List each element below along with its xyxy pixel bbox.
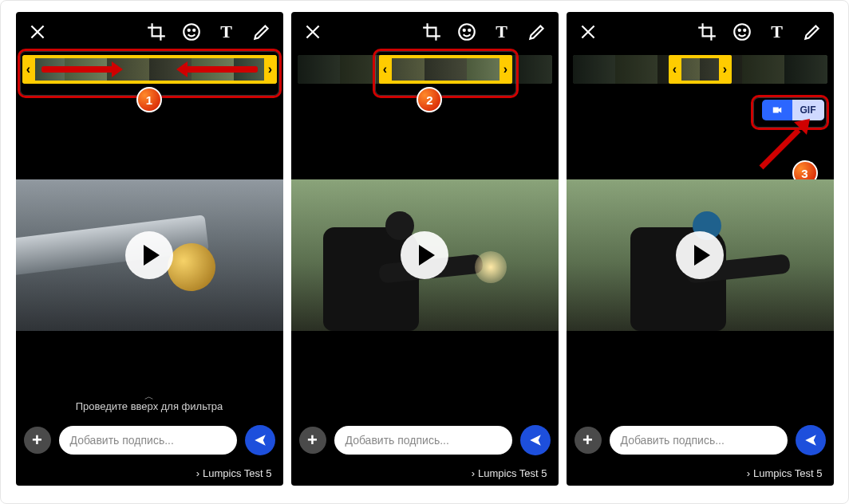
emoji-icon[interactable] (181, 22, 202, 42)
caption-input-bar: + Добавить подпись... (16, 422, 283, 459)
video-trim-timeline[interactable]: ‹ › (573, 55, 827, 84)
caption-input-bar: + Добавить подпись... (291, 422, 559, 459)
editor-toolbar: T (567, 12, 834, 52)
caption-input[interactable]: Добавить подпись... (334, 426, 512, 455)
crop-icon[interactable] (697, 22, 717, 42)
trim-handle-right[interactable]: › (719, 55, 732, 84)
caption-input-bar: + Добавить подпись... (567, 422, 834, 459)
close-icon[interactable] (27, 22, 48, 42)
recipient-label[interactable]: ›Lumpics Test 5 (291, 467, 559, 479)
close-icon[interactable] (578, 22, 598, 42)
send-button[interactable] (245, 425, 275, 455)
send-button[interactable] (520, 425, 551, 455)
svg-point-6 (734, 24, 750, 40)
editor-toolbar: T (291, 12, 559, 52)
tutorial-image: T ‹ › 1 (0, 0, 849, 504)
emoji-icon[interactable] (456, 22, 477, 42)
svg-point-7 (738, 30, 740, 31)
crop-icon[interactable] (421, 22, 442, 42)
chevron-right-icon: › (196, 467, 199, 479)
phone-screen-3: T ‹ › GIF (567, 12, 834, 486)
swipe-up-label: Проведите вверх для фильтра (16, 400, 283, 412)
close-icon[interactable] (302, 22, 323, 42)
trim-handle-right[interactable]: › (500, 55, 512, 84)
recipient-label[interactable]: ›Lumpics Test 5 (16, 467, 283, 479)
arrow-drag-left (186, 66, 258, 73)
trim-handle-right[interactable]: › (264, 55, 277, 84)
add-button[interactable]: + (575, 427, 602, 454)
recipient-label[interactable]: ›Lumpics Test 5 (567, 467, 834, 479)
play-button[interactable] (676, 231, 724, 279)
svg-point-4 (463, 30, 464, 31)
add-button[interactable]: + (24, 427, 51, 454)
crop-icon[interactable] (146, 22, 167, 42)
phone-screen-1: T ‹ › 1 (16, 12, 283, 486)
video-mode-icon[interactable] (762, 104, 792, 116)
trim-handle-left[interactable]: ‹ (379, 55, 392, 84)
draw-icon[interactable] (251, 22, 272, 42)
svg-line-9 (761, 130, 799, 167)
trim-handle-left[interactable]: ‹ (669, 55, 681, 84)
text-tool-icon[interactable]: T (767, 22, 788, 42)
preview-muzzle-flash (475, 251, 507, 283)
chevron-right-icon: › (472, 467, 475, 479)
caption-input[interactable]: Добавить подпись... (610, 426, 788, 455)
draw-icon[interactable] (527, 22, 547, 42)
editor-toolbar: T (16, 12, 283, 52)
send-button[interactable] (796, 425, 826, 455)
video-preview[interactable] (291, 179, 559, 331)
svg-point-5 (468, 30, 470, 31)
swipe-up-hint: ︿ Проведите вверх для фильтра (16, 392, 283, 412)
add-button[interactable]: + (299, 427, 326, 454)
video-preview[interactable] (16, 179, 283, 331)
trim-handle-left[interactable]: ‹ (22, 55, 35, 84)
caption-input[interactable]: Добавить подпись... (59, 426, 237, 455)
svg-point-1 (188, 30, 189, 31)
play-button[interactable] (401, 231, 448, 279)
text-tool-icon[interactable]: T (492, 22, 512, 42)
step-badge-2: 2 (417, 87, 442, 112)
svg-point-2 (193, 30, 195, 31)
draw-icon[interactable] (802, 22, 823, 42)
video-trim-timeline[interactable]: ‹ › (298, 55, 552, 84)
chevron-right-icon: › (747, 467, 750, 479)
emoji-icon[interactable] (732, 22, 752, 42)
step-badge-1: 1 (136, 87, 162, 112)
text-tool-icon[interactable]: T (216, 22, 237, 42)
arrow-drag-right (41, 66, 113, 73)
play-button[interactable] (125, 231, 173, 279)
svg-point-3 (459, 24, 475, 40)
svg-point-0 (184, 24, 199, 40)
video-preview[interactable] (567, 179, 834, 331)
phone-screen-2: T ‹ › 2 (291, 12, 559, 486)
chevron-up-icon: ︿ (16, 392, 283, 400)
svg-point-8 (744, 30, 745, 31)
